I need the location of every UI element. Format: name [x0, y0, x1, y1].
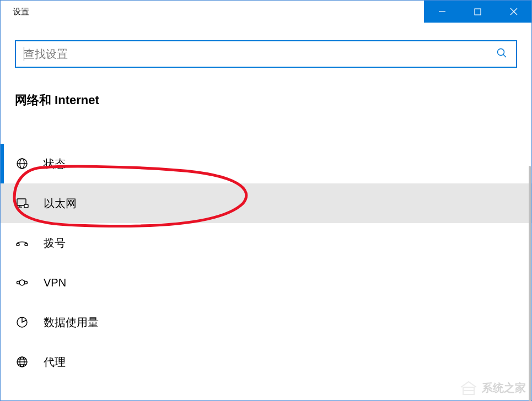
svg-point-16	[25, 281, 28, 284]
maximize-button[interactable]	[460, 1, 496, 23]
minimize-button[interactable]	[424, 1, 460, 23]
minimize-icon	[438, 8, 446, 15]
window-controls	[424, 1, 531, 23]
content-area: 网络和 Internet 状态	[1, 23, 531, 400]
ethernet-icon	[15, 196, 29, 210]
nav-item-data-usage[interactable]: 数据使用量	[1, 302, 531, 342]
svg-point-15	[17, 281, 20, 284]
svg-rect-10	[24, 204, 28, 208]
status-icon	[15, 156, 29, 171]
svg-rect-14	[25, 243, 28, 246]
svg-rect-1	[475, 9, 481, 15]
section-heading: 网络和 Internet	[1, 68, 531, 109]
search-box[interactable]	[15, 40, 517, 68]
close-icon	[510, 8, 518, 15]
nav-item-dialup[interactable]: 拨号	[1, 223, 531, 263]
proxy-icon	[15, 355, 29, 369]
settings-window: 设置	[0, 0, 532, 401]
nav-item-vpn[interactable]: VPN	[1, 263, 531, 302]
svg-point-4	[498, 49, 504, 56]
nav-label: VPN	[44, 277, 66, 289]
maximize-icon	[474, 8, 481, 15]
close-button[interactable]	[496, 1, 531, 23]
svg-line-5	[503, 55, 506, 57]
scrollbar[interactable]	[527, 45, 531, 400]
nav-label: 数据使用量	[44, 315, 99, 330]
data-usage-icon	[15, 315, 29, 329]
search-input[interactable]	[24, 48, 496, 61]
text-cursor	[24, 47, 24, 61]
nav-label: 拨号	[44, 236, 66, 251]
nav-label: 状态	[44, 156, 66, 171]
svg-rect-13	[17, 243, 19, 246]
nav-item-ethernet[interactable]: 以太网	[1, 183, 531, 223]
nav-list: 状态 以太网	[1, 144, 531, 382]
nav-label: 代理	[44, 355, 66, 370]
nav-item-status[interactable]: 状态	[1, 144, 531, 183]
titlebar: 设置	[1, 1, 531, 23]
vpn-icon	[15, 275, 29, 290]
dialup-icon	[15, 236, 29, 250]
scrollbar-thumb[interactable]	[529, 166, 531, 401]
window-title: 设置	[1, 7, 29, 17]
nav-item-proxy[interactable]: 代理	[1, 342, 531, 382]
nav-label: 以太网	[44, 196, 77, 211]
search-icon[interactable]	[496, 47, 507, 61]
search-container	[1, 23, 531, 68]
